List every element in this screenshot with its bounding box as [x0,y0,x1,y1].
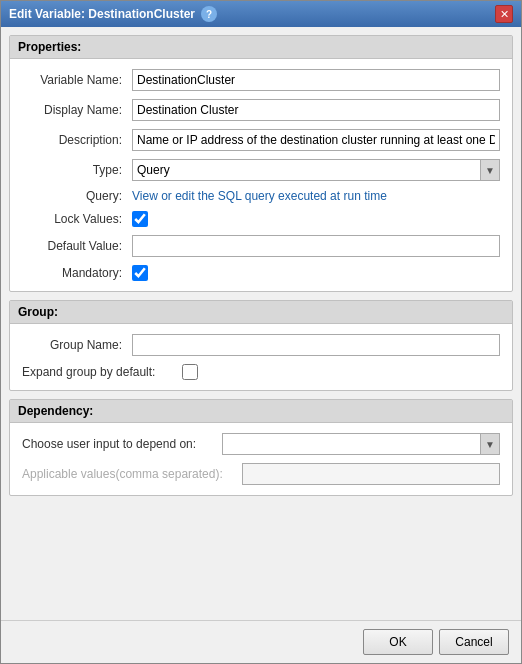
group-section: Group: Group Name: Expand group by defau… [9,300,513,391]
display-name-row: Display Name: [22,99,500,121]
description-label: Description: [22,133,132,147]
type-label: Type: [22,163,132,177]
help-icon[interactable]: ? [201,6,217,22]
group-name-input[interactable] [132,334,500,356]
lock-values-row: Lock Values: [22,211,500,227]
applicable-values-row: Applicable values(comma separated): [22,463,500,485]
choose-input-label: Choose user input to depend on: [22,437,222,451]
properties-header: Properties: [10,36,512,59]
mandatory-row: Mandatory: [22,265,500,281]
applicable-values-label: Applicable values(comma separated): [22,467,242,481]
query-link[interactable]: View or edit the SQL query executed at r… [132,189,387,203]
group-body: Group Name: Expand group by default: [10,324,512,390]
variable-name-input[interactable] [132,69,500,91]
dependency-body: Choose user input to depend on: ▼ Applic… [10,423,512,495]
content-area: Properties: Variable Name: Display Name:… [1,27,521,620]
lock-values-label: Lock Values: [22,212,132,226]
default-value-label: Default Value: [22,239,132,253]
expand-group-row: Expand group by default: [22,364,500,380]
ok-button[interactable]: OK [363,629,433,655]
mandatory-label: Mandatory: [22,266,132,280]
type-select[interactable]: Query Text Boolean [132,159,500,181]
dialog-footer: OK Cancel [1,620,521,663]
lock-values-checkbox[interactable] [132,211,148,227]
expand-group-checkbox[interactable] [182,364,198,380]
applicable-values-input[interactable] [242,463,500,485]
title-bar-left: Edit Variable: DestinationCluster ? [9,6,217,22]
properties-body: Variable Name: Display Name: Description… [10,59,512,291]
expand-group-label: Expand group by default: [22,365,182,379]
dependency-section: Dependency: Choose user input to depend … [9,399,513,496]
type-row: Type: Query Text Boolean ▼ [22,159,500,181]
query-row: Query: View or edit the SQL query execut… [22,189,500,203]
default-value-row: Default Value: [22,235,500,257]
close-button[interactable]: ✕ [495,5,513,23]
variable-name-label: Variable Name: [22,73,132,87]
display-name-input[interactable] [132,99,500,121]
choose-input-row: Choose user input to depend on: ▼ [22,433,500,455]
query-label: Query: [22,189,132,203]
title-bar: Edit Variable: DestinationCluster ? ✕ [1,1,521,27]
edit-variable-dialog: Edit Variable: DestinationCluster ? ✕ Pr… [0,0,522,664]
description-row: Description: [22,129,500,151]
default-value-input[interactable] [132,235,500,257]
group-name-row: Group Name: [22,334,500,356]
group-header: Group: [10,301,512,324]
group-name-label: Group Name: [22,338,132,352]
description-input[interactable] [132,129,500,151]
window-title: Edit Variable: DestinationCluster [9,7,195,21]
properties-section: Properties: Variable Name: Display Name:… [9,35,513,292]
cancel-button[interactable]: Cancel [439,629,509,655]
choose-input-select[interactable] [222,433,500,455]
variable-name-row: Variable Name: [22,69,500,91]
dependency-header: Dependency: [10,400,512,423]
mandatory-checkbox[interactable] [132,265,148,281]
choose-input-select-wrapper: ▼ [222,433,500,455]
display-name-label: Display Name: [22,103,132,117]
type-select-wrapper: Query Text Boolean ▼ [132,159,500,181]
